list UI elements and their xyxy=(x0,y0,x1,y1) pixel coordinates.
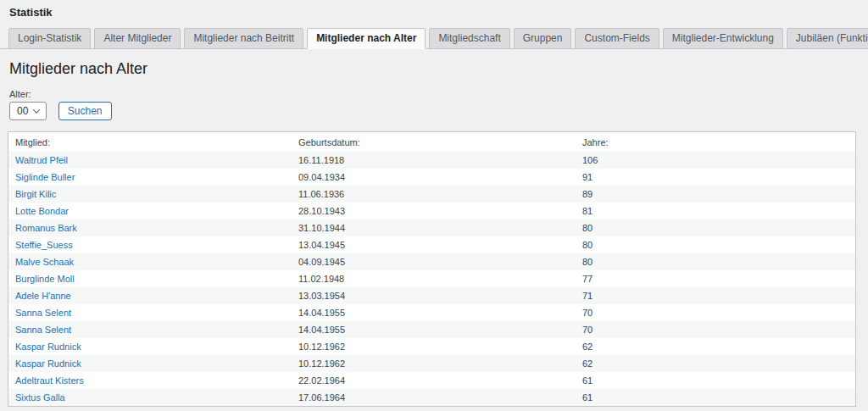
table-row: Adele H'anne13.03.195471 xyxy=(8,287,855,304)
section-heading: Mitglieder nach Alter xyxy=(9,60,868,77)
table-row: Sanna Selent14.04.195570 xyxy=(8,321,855,338)
age-cell: 70 xyxy=(576,304,855,321)
tab-custom-fields[interactable]: Custom-Fields xyxy=(575,28,659,49)
column-header-jahre: Jahre: xyxy=(576,132,855,152)
tab-bar: Login-StatistikAlter MitgliederMitgliede… xyxy=(0,28,868,49)
birthdate-cell: 17.06.1964 xyxy=(292,389,576,406)
member-cell: Waltrud Pfeil xyxy=(8,152,292,169)
age-cell: 80 xyxy=(576,253,855,270)
age-cell: 89 xyxy=(576,186,855,203)
table-row: Waltrud Pfeil16.11.1918106 xyxy=(8,152,855,169)
age-select-value: 00 xyxy=(17,105,28,117)
age-filter: Alter: 00 Suchen xyxy=(9,89,868,120)
member-link[interactable]: Romanus Bark xyxy=(15,223,77,233)
birthdate-cell: 11.02.1948 xyxy=(292,270,576,287)
members-table-container: Mitglied:Geburtsdatum:Jahre: Waltrud Pfe… xyxy=(8,131,856,407)
tab-mitglieder-entwicklung[interactable]: Mitglieder-Entwicklung xyxy=(663,28,783,49)
birthdate-cell: 09.04.1934 xyxy=(292,169,576,186)
member-link[interactable]: Lotte Bondar xyxy=(15,206,69,216)
birthdate-cell: 13.03.1954 xyxy=(292,287,576,304)
age-cell: 62 xyxy=(576,355,855,372)
age-cell: 91 xyxy=(576,169,855,186)
tab-login-statistik[interactable]: Login-Statistik xyxy=(8,28,91,49)
table-header: Mitglied:Geburtsdatum:Jahre: xyxy=(8,132,855,152)
tab-jubilaeen-funktion[interactable]: Jubiläen (Funktion) xyxy=(787,28,868,49)
member-cell: Birgit Kilic xyxy=(8,186,292,203)
birthdate-cell: 11.06.1936 xyxy=(292,186,576,203)
table-row: Siglinde Buller09.04.193491 xyxy=(8,169,855,186)
column-header-mitglied: Mitglied: xyxy=(8,132,292,152)
birthdate-cell: 28.10.1943 xyxy=(292,203,576,219)
table-body: Waltrud Pfeil16.11.1918106Siglinde Bulle… xyxy=(8,152,855,406)
member-cell: Lotte Bondar xyxy=(8,203,292,219)
member-link[interactable]: Sanna Selent xyxy=(15,325,71,335)
member-link[interactable]: Burglinde Moll xyxy=(15,274,75,284)
table-row: Birgit Kilic11.06.193689 xyxy=(8,186,855,203)
age-cell: 77 xyxy=(576,270,855,287)
age-cell: 61 xyxy=(576,389,855,406)
age-cell: 62 xyxy=(576,338,855,355)
member-cell: Sanna Selent xyxy=(8,304,292,321)
member-link[interactable]: Adele H'anne xyxy=(15,291,71,301)
member-link[interactable]: Siglinde Buller xyxy=(15,172,75,182)
member-cell: Burglinde Moll xyxy=(8,270,292,287)
member-link[interactable]: Sixtus Galla xyxy=(15,392,65,403)
member-cell: Adele H'anne xyxy=(8,287,292,304)
tab-mitglieder-nach-alter[interactable]: Mitglieder nach Alter xyxy=(307,28,426,49)
birthdate-cell: 13.04.1945 xyxy=(292,236,576,253)
member-link[interactable]: Malve Schaak xyxy=(15,257,74,267)
tab-mitgliedschaft[interactable]: Mitgliedschaft xyxy=(429,28,509,49)
age-cell: 70 xyxy=(576,321,855,338)
table-row: Burglinde Moll11.02.194877 xyxy=(8,270,855,287)
age-cell: 80 xyxy=(576,219,855,236)
member-cell: Romanus Bark xyxy=(8,219,292,236)
tab-alter-mitglieder[interactable]: Alter Mitglieder xyxy=(94,28,181,49)
birthdate-cell: 10.12.1962 xyxy=(292,355,576,372)
member-cell: Adeltraut Kisters xyxy=(8,372,292,389)
birthdate-cell: 04.09.1945 xyxy=(292,253,576,270)
member-link[interactable]: Birgit Kilic xyxy=(15,189,56,199)
age-cell: 80 xyxy=(576,236,855,253)
birthdate-cell: 14.04.1955 xyxy=(292,321,576,338)
birthdate-cell: 22.02.1964 xyxy=(292,372,576,389)
chevron-down-icon xyxy=(33,106,40,113)
member-link[interactable]: Sanna Selent xyxy=(15,308,71,318)
member-cell: Malve Schaak xyxy=(8,253,292,270)
tab-mitglieder-nach-beitritt[interactable]: Mitglieder nach Beitritt xyxy=(184,28,303,49)
birthdate-cell: 14.04.1955 xyxy=(292,304,576,321)
birthdate-cell: 31.10.1944 xyxy=(292,219,576,236)
member-cell: Kaspar Rudnick xyxy=(8,355,292,372)
table-row: Sixtus Galla17.06.196461 xyxy=(8,389,855,406)
member-link[interactable]: Steffie_Suess xyxy=(15,240,73,250)
member-cell: Sanna Selent xyxy=(8,321,292,338)
column-header-geburtsdatum: Geburtsdatum: xyxy=(292,132,576,152)
age-cell: 106 xyxy=(576,152,855,169)
table-row: Lotte Bondar28.10.194381 xyxy=(8,203,855,219)
table-row: Steffie_Suess13.04.194580 xyxy=(8,236,855,253)
member-link[interactable]: Kaspar Rudnick xyxy=(15,358,81,369)
tab-gruppen[interactable]: Gruppen xyxy=(514,28,572,49)
table-row: Kaspar Rudnick10.12.196262 xyxy=(8,355,855,372)
member-cell: Steffie_Suess xyxy=(8,236,292,253)
age-cell: 71 xyxy=(576,287,855,304)
member-link[interactable]: Kaspar Rudnick xyxy=(15,342,81,352)
age-cell: 81 xyxy=(576,203,855,219)
age-select-label: Alter: xyxy=(9,89,868,99)
age-select[interactable]: 00 xyxy=(9,102,47,120)
table-row: Malve Schaak04.09.194580 xyxy=(8,253,855,270)
table-row: Sanna Selent14.04.195570 xyxy=(8,304,855,321)
birthdate-cell: 10.12.1962 xyxy=(292,338,576,355)
member-cell: Siglinde Buller xyxy=(8,169,292,186)
member-cell: Kaspar Rudnick xyxy=(8,338,292,355)
table-header-row: Mitglied:Geburtsdatum:Jahre: xyxy=(8,132,855,152)
age-cell: 61 xyxy=(576,372,855,389)
member-link[interactable]: Adeltraut Kisters xyxy=(15,375,84,386)
table-row: Adeltraut Kisters22.02.196461 xyxy=(8,372,855,389)
member-cell: Sixtus Galla xyxy=(8,389,292,406)
table-row: Romanus Bark31.10.194480 xyxy=(8,219,855,236)
page-title: Statistik xyxy=(0,0,868,19)
table-row: Kaspar Rudnick10.12.196262 xyxy=(8,338,855,355)
member-link[interactable]: Waltrud Pfeil xyxy=(15,155,68,165)
search-button[interactable]: Suchen xyxy=(58,102,112,120)
members-table: Mitglied:Geburtsdatum:Jahre: Waltrud Pfe… xyxy=(8,132,855,406)
